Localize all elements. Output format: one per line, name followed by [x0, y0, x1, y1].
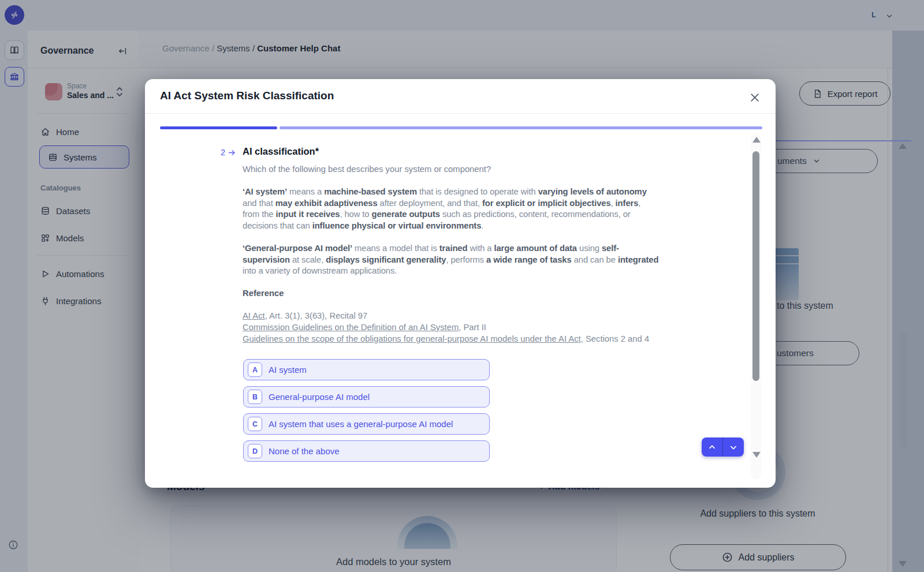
modal-title: AI Act System Risk Classification: [160, 89, 334, 102]
modal-progress-bar: [160, 126, 762, 129]
option-a[interactable]: A AI system: [243, 359, 490, 380]
arrow-right-icon: [228, 148, 236, 157]
question-nav: [702, 438, 744, 457]
modal-scrollbar-thumb[interactable]: [752, 151, 759, 381]
modal-scroll-down-arrow[interactable]: [752, 452, 761, 458]
reference-line[interactable]: Guidelines on the scope of the obligatio…: [243, 334, 681, 345]
definition-gpai-model: ‘General-purpose AI model’ means a model…: [243, 243, 660, 277]
option-label: General-purpose AI model: [269, 392, 370, 402]
reference-line[interactable]: AI Act, Art. 3(1), 3(63), Recital 97: [243, 311, 681, 322]
app-page: L Governance Space Sales and ... Home: [0, 0, 924, 572]
option-key-badge: A: [248, 362, 262, 377]
option-key-badge: D: [248, 444, 262, 458]
modal-progress-track: [280, 126, 762, 129]
definition-ai-system: ‘AI system’ means a machine-based system…: [243, 186, 660, 231]
option-label: AI system: [269, 365, 307, 375]
option-label: AI system that uses a general-purpose AI…: [269, 419, 453, 429]
previous-question-button[interactable]: [702, 438, 722, 457]
option-b[interactable]: B General-purpose AI model: [243, 386, 490, 407]
next-question-button[interactable]: [723, 438, 744, 457]
reference-links: AI Act, Art. 3(1), 3(63), Recital 97 Com…: [243, 311, 681, 345]
question-prompt: Which of the following best describes yo…: [243, 165, 491, 174]
reference-heading: Reference: [243, 289, 284, 298]
question-title: AI classification*: [243, 146, 319, 157]
divider: [145, 113, 776, 114]
modal-progress-fill: [160, 126, 277, 129]
option-key-badge: C: [248, 417, 262, 431]
close-icon[interactable]: [748, 91, 762, 104]
risk-classification-modal: AI Act System Risk Classification 2 AI c…: [145, 79, 776, 488]
option-label: None of the above: [269, 446, 340, 456]
option-key-badge: B: [248, 390, 262, 404]
modal-scroll-up-arrow[interactable]: [752, 137, 761, 143]
question-number: 2: [221, 148, 236, 157]
option-c[interactable]: C AI system that uses a general-purpose …: [243, 413, 490, 435]
option-d[interactable]: D None of the above: [243, 440, 490, 462]
reference-line[interactable]: Commission Guidelines on the Definition …: [243, 322, 681, 334]
